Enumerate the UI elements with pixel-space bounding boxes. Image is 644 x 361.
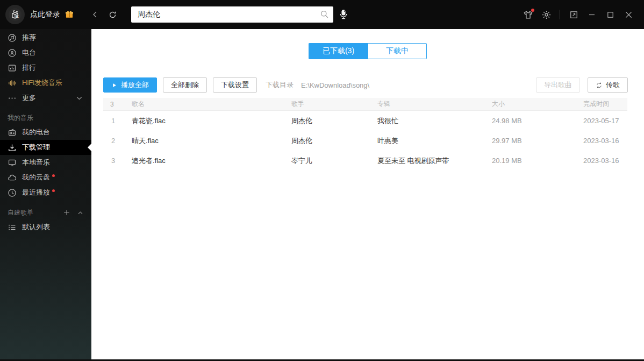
- header-song-name[interactable]: 歌名: [132, 100, 291, 109]
- table-row[interactable]: 2晴天.flac周杰伦叶惠美29.97 MB2023-03-16: [103, 131, 627, 151]
- sidebar-item-label: 本地音乐: [22, 158, 50, 167]
- maximize-button[interactable]: [602, 6, 618, 23]
- new-content-dot: [52, 189, 55, 192]
- header-date[interactable]: 完成时间: [583, 100, 627, 109]
- table-row[interactable]: 3追光者.flac岑宁儿夏至未至 电视剧原声带20.19 MB2023-03-1…: [103, 151, 627, 171]
- album-name: 叶惠美: [377, 136, 492, 146]
- toolbar: 播放全部 全部删除 下载设置 下载目录 E:\KwDownload\song\ …: [103, 77, 628, 93]
- sidebar-nav-top: 推荐电台排行HiFi发烧音乐更多: [0, 30, 91, 105]
- back-button[interactable]: [88, 8, 102, 22]
- settings-gear-icon[interactable]: [538, 6, 554, 23]
- gift-icon[interactable]: [65, 10, 74, 19]
- sidebar-item-download-manager[interactable]: 下载管理: [0, 140, 91, 155]
- download-dir-path[interactable]: E:\KwDownload\song\: [301, 81, 369, 89]
- sidebar-item-default-list[interactable]: 默认列表: [0, 220, 91, 235]
- header-artist[interactable]: 歌手: [291, 100, 377, 109]
- download-manager-page: 已下载(3)下载中 播放全部 全部删除 下载设置 下载目录 E:\KwDownl…: [91, 29, 644, 359]
- app-logo-icon[interactable]: K: [5, 5, 25, 24]
- search-box: [131, 6, 333, 23]
- titlebar-divider: [560, 10, 560, 19]
- sidebar-item-local-music[interactable]: 本地音乐: [0, 155, 91, 170]
- radio-icon: [8, 128, 17, 137]
- artist-name: 周杰伦: [291, 136, 377, 146]
- sidebar-item-more[interactable]: 更多: [0, 90, 91, 105]
- sidebar: 推荐电台排行HiFi发烧音乐更多 我的音乐 我的电台下载管理本地音乐我的云盘最近…: [0, 29, 91, 359]
- play-all-button[interactable]: 播放全部: [103, 77, 157, 93]
- svg-text:K: K: [16, 15, 19, 18]
- song-name: 晴天.flac: [132, 136, 291, 146]
- album-name: 夏至未至 电视剧原声带: [377, 156, 492, 166]
- export-songs-button[interactable]: 导出歌曲: [536, 77, 580, 93]
- titlebar-right-controls: [520, 6, 636, 23]
- mini-mode-icon[interactable]: [566, 6, 582, 23]
- tab-downloading[interactable]: 下载中: [368, 43, 427, 59]
- sidebar-item-label: HiFi发烧音乐: [22, 78, 62, 88]
- disc-icon: [8, 33, 17, 43]
- play-icon: [111, 82, 117, 88]
- sidebar-item-label: 最近播放: [22, 188, 50, 197]
- microphone-icon[interactable]: [339, 9, 348, 20]
- search-icon[interactable]: [320, 10, 329, 19]
- album-name: 我很忙: [377, 116, 492, 126]
- song-name: 追光者.flac: [132, 156, 291, 166]
- search-input[interactable]: [131, 10, 333, 19]
- minimize-button[interactable]: [584, 6, 600, 23]
- tab-downloaded[interactable]: 已下载(3): [309, 43, 368, 59]
- row-index: 1: [103, 117, 132, 125]
- equalizer-icon: [8, 79, 17, 88]
- new-content-dot: [52, 174, 55, 177]
- sidebar-section-playlists: 自建歌单: [0, 206, 91, 220]
- header-album[interactable]: 专辑: [377, 100, 492, 109]
- titlebar: K 点此登录: [0, 0, 644, 29]
- sidebar-item-label: 默认列表: [22, 222, 50, 232]
- table-body: 1青花瓷.flac周杰伦我很忙24.98 MB2023-05-172晴天.fla…: [103, 111, 627, 171]
- download-settings-button[interactable]: 下载设置: [213, 77, 257, 93]
- sidebar-item-my-radio[interactable]: 我的电台: [0, 125, 91, 140]
- sidebar-nav-my-music: 我的电台下载管理本地音乐我的云盘最近播放: [0, 125, 91, 200]
- collapse-playlists-icon[interactable]: [77, 209, 84, 216]
- artist-name: 周杰伦: [291, 116, 377, 126]
- file-size: 24.98 MB: [492, 117, 583, 125]
- sidebar-item-ranking[interactable]: 排行: [0, 60, 91, 75]
- notification-dot: [531, 9, 534, 12]
- row-index: 3: [103, 157, 132, 165]
- sidebar-item-label: 电台: [22, 48, 36, 58]
- sidebar-item-hifi[interactable]: HiFi发烧音乐: [0, 75, 91, 90]
- sidebar-section-my-music: 我的音乐: [0, 111, 91, 125]
- sidebar-item-label: 推荐: [22, 33, 36, 43]
- sidebar-item-recommend[interactable]: 推荐: [0, 30, 91, 45]
- sidebar-item-label: 更多: [22, 93, 36, 103]
- row-index: 2: [103, 137, 132, 145]
- chevron-down-icon[interactable]: [75, 94, 84, 103]
- sidebar-item-radio[interactable]: 电台: [0, 45, 91, 60]
- sidebar-item-label: 下载管理: [22, 143, 50, 152]
- login-link[interactable]: 点此登录: [30, 10, 60, 19]
- download-icon: [8, 143, 17, 152]
- add-playlist-icon[interactable]: [63, 209, 70, 216]
- completed-date: 2023-03-16: [583, 137, 627, 145]
- chart-bars-icon: [8, 63, 17, 73]
- sync-icon: [596, 82, 603, 89]
- skin-theme-icon[interactable]: [520, 6, 536, 23]
- transfer-songs-button[interactable]: 传歌: [588, 77, 628, 93]
- file-size: 29.97 MB: [492, 137, 583, 145]
- delete-all-button[interactable]: 全部删除: [163, 77, 207, 93]
- active-item-pointer: [88, 144, 91, 151]
- ellipsis-icon: [8, 94, 17, 103]
- section-label-my-music: 我的音乐: [8, 114, 33, 123]
- sidebar-item-cloud-disk[interactable]: 我的云盘: [0, 170, 91, 185]
- table-header: 3 歌名 歌手 专辑 大小 完成时间: [103, 98, 627, 111]
- play-all-label: 播放全部: [121, 80, 149, 90]
- song-name: 青花瓷.flac: [132, 116, 291, 126]
- clock-icon: [8, 188, 17, 197]
- table-row[interactable]: 1青花瓷.flac周杰伦我很忙24.98 MB2023-05-17: [103, 111, 627, 131]
- refresh-button[interactable]: [105, 8, 119, 22]
- sidebar-nav-playlists: 默认列表: [0, 220, 91, 235]
- sidebar-item-label: 排行: [22, 63, 36, 73]
- header-size[interactable]: 大小: [492, 100, 583, 109]
- header-count: 3: [103, 101, 132, 108]
- cloud-icon: [8, 173, 17, 182]
- downloaded-songs-table: 3 歌名 歌手 专辑 大小 完成时间 1青花瓷.flac周杰伦我很忙24.98 …: [103, 98, 627, 171]
- close-button[interactable]: [620, 6, 636, 23]
- sidebar-item-recent-play[interactable]: 最近播放: [0, 185, 91, 200]
